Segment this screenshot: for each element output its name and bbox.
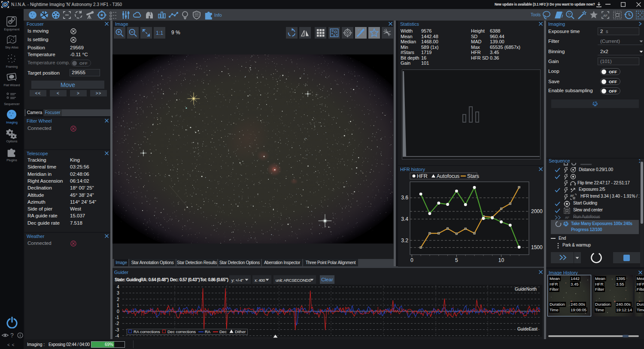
svg-text:AF: AF <box>565 216 569 220</box>
svg-text:1500: 1500 <box>531 244 543 250</box>
svg-text:AF: AF <box>603 14 608 18</box>
svg-text:0: 0 <box>410 257 413 263</box>
svg-text:10: 10 <box>498 257 504 263</box>
svg-text:1:1: 1:1 <box>156 30 163 36</box>
svg-text:HFR: HFR <box>417 173 428 179</box>
svg-text:5: 5 <box>455 257 458 263</box>
svg-text:2000: 2000 <box>531 208 543 214</box>
svg-text:3.2: 3.2 <box>401 238 408 244</box>
svg-text:Autofocus: Autofocus <box>437 173 459 179</box>
svg-text:3.6: 3.6 <box>401 195 408 201</box>
svg-text:AF: AF <box>570 194 574 197</box>
svg-text:3.4: 3.4 <box>401 216 408 222</box>
svg-text:Stars: Stars <box>467 173 479 179</box>
